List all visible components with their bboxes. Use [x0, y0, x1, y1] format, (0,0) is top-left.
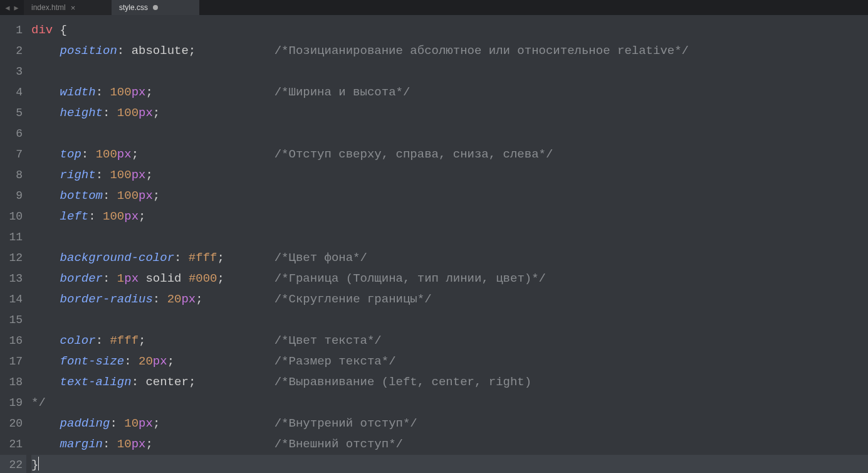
line-number: 5	[0, 103, 26, 124]
nav-arrows: ◂ ▸	[0, 4, 24, 11]
code-line[interactable]: width: 100px; /*Ширина и высота*/	[31, 82, 868, 103]
code-line[interactable]: right: 100px;	[31, 165, 868, 186]
tab-bar: index.html × style.css	[24, 0, 199, 15]
line-number-gutter: 1 2 3 4 5 6 7 8 9 10 11 12 13 14 15 16 1…	[0, 15, 31, 473]
code-area[interactable]: div { position: absolute; /*Позицианиров…	[31, 15, 868, 473]
code-line[interactable]: */	[31, 393, 868, 413]
code-line[interactable]: }	[31, 455, 868, 473]
code-line[interactable]: background-color: #fff; /*Цвет фона*/	[31, 248, 868, 268]
line-number: 15	[0, 310, 26, 331]
code-line[interactable]: left: 100px;	[31, 206, 868, 227]
tab-index-html[interactable]: index.html ×	[24, 0, 112, 15]
line-number: 16	[0, 331, 26, 351]
line-number: 17	[0, 351, 26, 372]
code-line[interactable]: bottom: 100px;	[31, 186, 868, 206]
code-line[interactable]	[31, 61, 868, 82]
line-number: 7	[0, 144, 26, 165]
code-line[interactable]	[31, 227, 868, 248]
code-line[interactable]: border-radius: 20px; /*Скругление границ…	[31, 289, 868, 310]
dirty-indicator-icon	[153, 5, 158, 10]
line-number: 13	[0, 268, 26, 289]
tab-label: index.html	[31, 3, 66, 12]
tab-label: style.css	[119, 3, 148, 12]
line-number: 20	[0, 413, 26, 434]
nav-forward-icon[interactable]: ▸	[13, 4, 20, 11]
line-number: 1	[0, 20, 26, 41]
line-number: 11	[0, 227, 26, 248]
code-line[interactable]	[31, 124, 868, 144]
line-number: 19	[0, 393, 26, 413]
titlebar: ◂ ▸ index.html × style.css	[0, 0, 868, 15]
line-number: 21	[0, 434, 26, 455]
line-number: 8	[0, 165, 26, 186]
line-number: 18	[0, 372, 26, 393]
code-line[interactable]: height: 100px;	[31, 103, 868, 124]
code-line[interactable]: div {	[31, 20, 868, 41]
line-number: 6	[0, 124, 26, 144]
code-line[interactable]: color: #fff; /*Цвет текста*/	[31, 331, 868, 351]
code-line[interactable]: position: absolute; /*Позицианирование а…	[31, 41, 868, 61]
line-number: 9	[0, 186, 26, 206]
nav-back-icon[interactable]: ◂	[4, 4, 11, 11]
editor: 1 2 3 4 5 6 7 8 9 10 11 12 13 14 15 16 1…	[0, 15, 868, 473]
close-icon[interactable]: ×	[71, 4, 76, 12]
code-line[interactable]: margin: 10px; /*Внешний отступ*/	[31, 434, 868, 455]
line-number: 14	[0, 289, 26, 310]
line-number: 2	[0, 41, 26, 61]
code-line[interactable]: text-align: center; /*Выравнивание (left…	[31, 372, 868, 393]
code-line[interactable]: border: 1px solid #000; /*Граница (Толщи…	[31, 268, 868, 289]
line-number: 4	[0, 82, 26, 103]
code-line[interactable]: top: 100px; /*Отступ сверху, справа, сни…	[31, 144, 868, 165]
code-line[interactable]: padding: 10px; /*Внутрений отступ*/	[31, 413, 868, 434]
line-number: 10	[0, 206, 26, 227]
tab-style-css[interactable]: style.css	[112, 0, 199, 15]
code-line[interactable]	[31, 310, 868, 331]
line-number: 12	[0, 248, 26, 268]
line-number: 3	[0, 61, 26, 82]
code-line[interactable]: font-size: 20px; /*Размер текста*/	[31, 351, 868, 372]
line-number: 22	[0, 455, 26, 473]
